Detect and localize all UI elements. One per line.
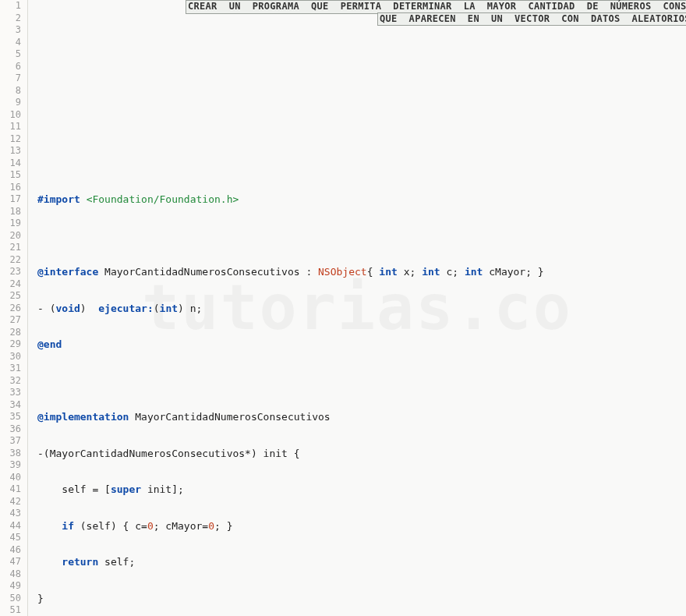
line-number: 37	[0, 435, 21, 448]
line-number: 27	[0, 314, 21, 327]
line-number: 17	[0, 193, 21, 206]
line-number: 38	[0, 448, 21, 460]
line-number: 41	[0, 483, 21, 496]
line-number: 39	[0, 459, 21, 472]
line-number: 45	[0, 532, 21, 544]
line-number: 49	[0, 580, 21, 593]
line-number: 29	[0, 338, 21, 351]
line-number: 8	[0, 85, 21, 97]
end-keyword: @end	[37, 338, 62, 350]
line-number: 50	[0, 593, 21, 605]
line-number: 11	[0, 121, 21, 133]
code-editor[interactable]: tutorias.co CREAR UN PROGRAMA QUE PERMIT…	[28, 0, 686, 616]
line-number: 43	[0, 508, 21, 520]
line-number: 33	[0, 387, 21, 399]
line-number: 5	[0, 48, 21, 61]
line-number: 44	[0, 520, 21, 533]
line-number: 48	[0, 568, 21, 581]
line-number: 24	[0, 278, 21, 291]
line-number: 31	[0, 363, 21, 375]
line-number: 9	[0, 97, 21, 109]
line-number: 36	[0, 423, 21, 436]
comment-banner-line2: QUE APARECEN EN UN VECTOR CON DATOS ALEA…	[377, 12, 686, 27]
line-number: 34	[0, 399, 21, 412]
line-number: 4	[0, 37, 21, 49]
line-number: 40	[0, 472, 21, 484]
line-number: 16	[0, 182, 21, 194]
class-name: MayorCantidadNumerosConsecutivos	[104, 266, 299, 278]
line-number: 42	[0, 496, 21, 508]
line-number: 46	[0, 544, 21, 557]
line-number: 32	[0, 375, 21, 388]
import-path: <Foundation/Foundation.h>	[87, 193, 239, 205]
line-number: 35	[0, 411, 21, 423]
implementation-keyword: @implementation	[37, 411, 129, 423]
line-number: 19	[0, 218, 21, 230]
line-number: 1	[0, 0, 21, 12]
line-number: 51	[0, 604, 21, 616]
import-keyword: #import	[37, 193, 80, 205]
line-number: 22	[0, 254, 21, 267]
line-number: 10	[0, 109, 21, 122]
line-number: 12	[0, 133, 21, 146]
line-number: 25	[0, 290, 21, 303]
interface-keyword: @interface	[37, 266, 98, 278]
line-number: 13	[0, 145, 21, 158]
line-number: 30	[0, 351, 21, 363]
line-number-gutter: 1234567891011121314151617181920212223242…	[0, 0, 28, 616]
line-number: 18	[0, 206, 21, 218]
line-number: 26	[0, 303, 21, 315]
line-number: 6	[0, 61, 21, 73]
line-number: 21	[0, 242, 21, 254]
line-number: 14	[0, 158, 21, 170]
superclass: NSObject	[318, 266, 367, 278]
line-number: 28	[0, 327, 21, 339]
line-number: 20	[0, 230, 21, 243]
line-number: 7	[0, 73, 21, 85]
line-number: 47	[0, 556, 21, 568]
line-number: 23	[0, 266, 21, 278]
line-number: 3	[0, 24, 21, 37]
line-number: 15	[0, 169, 21, 182]
line-number: 2	[0, 12, 21, 25]
